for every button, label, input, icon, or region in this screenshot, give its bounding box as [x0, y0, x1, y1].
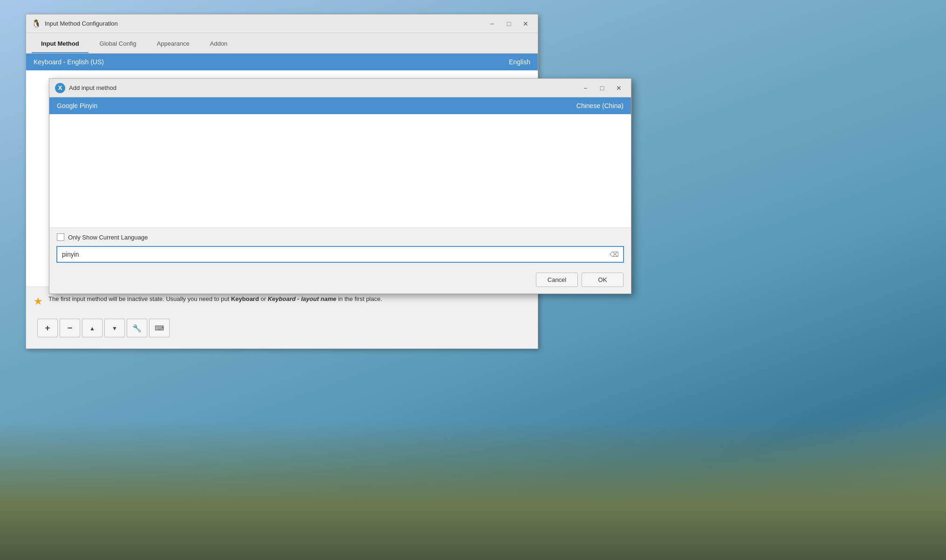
minus-icon [68, 323, 73, 333]
dialog-app-icon: X [55, 83, 65, 93]
input-method-search-list: Google Pinyin Chinese (China) [49, 97, 631, 228]
tab-global-config[interactable]: Global Config [90, 34, 146, 53]
tab-bar: Input Method Global Config Appearance Ad… [26, 33, 538, 54]
dialog-title: Add input method [69, 84, 117, 91]
main-titlebar: 🐧 Input Method Configuration − □ ✕ [26, 14, 538, 33]
clear-icon [610, 250, 619, 259]
search-input-wrap [57, 246, 624, 262]
dialog-titlebar: X Add input method − □ ✕ [49, 79, 631, 97]
dialog-action-buttons: Cancel OK [49, 268, 631, 294]
search-row [49, 245, 631, 268]
configure-button[interactable]: 🔧 [127, 319, 147, 337]
tab-appearance[interactable]: Appearance [147, 34, 199, 53]
empty-list-area [49, 114, 631, 221]
only-show-current-language-checkbox[interactable] [57, 233, 64, 241]
plus-icon [45, 323, 50, 333]
checkbox-label: Only Show Current Language [68, 234, 148, 241]
dialog-maximize-button[interactable]: □ [596, 83, 609, 93]
arrow-up-icon [89, 324, 95, 332]
main-minimize-button[interactable]: − [486, 19, 499, 28]
app-icon: 🐧 [32, 19, 41, 28]
input-method-name: Keyboard - English (US) [34, 58, 104, 66]
tab-addon[interactable]: Addon [201, 34, 237, 53]
cancel-button[interactable]: Cancel [536, 273, 578, 287]
dialog-item-language: Chinese (China) [576, 102, 624, 109]
dialog-minimize-button[interactable]: − [579, 83, 592, 93]
keyboard-icon: ⌨ [155, 324, 164, 332]
search-input[interactable] [57, 246, 624, 262]
keyboard-layout-button[interactable]: ⌨ [149, 319, 170, 337]
main-window-controls: − □ ✕ [486, 19, 532, 28]
main-close-button[interactable]: ✕ [519, 19, 532, 28]
main-maximize-button[interactable]: □ [502, 19, 515, 28]
dialog-window-controls: − □ ✕ [579, 83, 625, 93]
checkbox-row: Only Show Current Language [49, 228, 631, 245]
move-down-button[interactable] [104, 319, 125, 337]
arrow-down-icon [112, 324, 117, 332]
wrench-icon: 🔧 [132, 324, 142, 333]
bottom-info-area: ★ The first input method will be inactiv… [26, 287, 538, 348]
input-method-language: English [509, 58, 530, 66]
ok-button[interactable]: OK [582, 273, 624, 287]
dialog-title-left: X Add input method [55, 83, 117, 93]
dialog-item-name: Google Pinyin [57, 102, 97, 109]
title-left: 🐧 Input Method Configuration [32, 19, 118, 28]
move-up-button[interactable] [82, 319, 103, 337]
remove-input-method-button[interactable] [60, 319, 80, 337]
info-message: The first input method will be inactive … [48, 294, 382, 304]
main-window-title: Input Method Configuration [45, 20, 118, 27]
tab-input-method[interactable]: Input Method [32, 34, 89, 53]
star-icon: ★ [34, 295, 43, 307]
add-input-method-button[interactable] [37, 319, 58, 337]
info-row: ★ The first input method will be inactiv… [34, 294, 530, 307]
add-input-method-dialog: X Add input method − □ ✕ Google Pinyin C… [49, 78, 631, 294]
input-method-list-item[interactable]: Keyboard - English (US) English [26, 54, 538, 70]
main-toolbar: 🔧 ⌨ [34, 315, 530, 341]
search-clear-button[interactable] [609, 249, 620, 260]
google-pinyin-list-item[interactable]: Google Pinyin Chinese (China) [49, 97, 631, 114]
dialog-close-button[interactable]: ✕ [612, 83, 625, 93]
